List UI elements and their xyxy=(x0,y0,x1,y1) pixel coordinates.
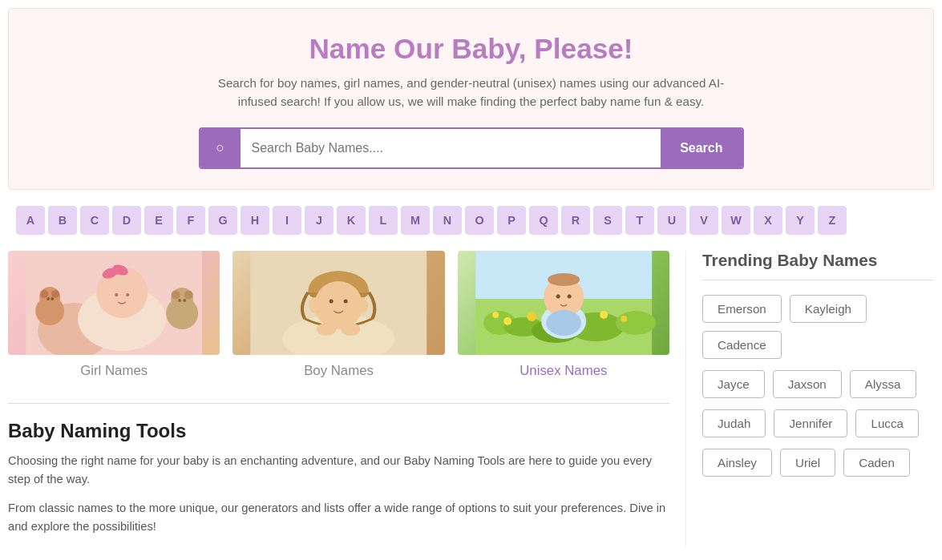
tools-para1: Choosing the right name for your baby is… xyxy=(8,452,669,489)
trending-name-caden[interactable]: Caden xyxy=(843,449,910,477)
trending-name-jennifer[interactable]: Jennifer xyxy=(774,409,847,437)
alpha-btn-n[interactable]: N xyxy=(433,206,462,235)
svg-point-17 xyxy=(172,290,180,299)
svg-point-12 xyxy=(112,268,119,275)
svg-point-14 xyxy=(126,293,129,296)
girl-names-label: Girl Names xyxy=(8,363,220,379)
svg-point-6 xyxy=(46,297,50,300)
svg-point-39 xyxy=(527,312,536,321)
right-panel: Trending Baby Names EmersonKayleighCaden… xyxy=(685,251,934,546)
trending-rows: EmersonKayleighCadenceJayceJaxsonAlyssaJ… xyxy=(702,295,934,477)
alpha-btn-y[interactable]: Y xyxy=(786,206,815,235)
alpha-btn-w[interactable]: W xyxy=(722,206,750,235)
tools-heading: Baby Naming Tools xyxy=(8,420,669,442)
svg-point-7 xyxy=(51,297,54,300)
alphabet-section: ABCDEFGHIJKLMNOPQRSTUVWXYZ xyxy=(8,198,934,243)
trending-name-ainsley[interactable]: Ainsley xyxy=(702,449,772,477)
svg-point-24 xyxy=(314,281,362,329)
boy-names-label: Boy Names xyxy=(232,363,444,379)
search-bar: ○ Search xyxy=(199,127,744,169)
alpha-btn-e[interactable]: E xyxy=(144,206,173,235)
trending-title: Trending Baby Names xyxy=(702,251,934,270)
svg-point-18 xyxy=(184,290,193,299)
alpha-btn-x[interactable]: X xyxy=(754,206,782,235)
svg-point-20 xyxy=(183,299,186,302)
search-button[interactable]: Search xyxy=(661,129,742,167)
svg-point-42 xyxy=(492,312,499,318)
svg-point-48 xyxy=(546,310,581,336)
trending-row-2: JudahJenniferLucca xyxy=(702,409,934,437)
search-input[interactable] xyxy=(241,129,661,167)
trending-name-emerson[interactable]: Emerson xyxy=(702,295,782,323)
svg-point-41 xyxy=(621,316,627,322)
svg-point-13 xyxy=(115,293,118,296)
svg-point-5 xyxy=(51,290,59,298)
alpha-btn-f[interactable]: F xyxy=(176,206,205,235)
tools-section: Baby Naming Tools Choosing the right nam… xyxy=(8,420,669,537)
categories-section: Girl Names xyxy=(8,251,669,379)
alpha-btn-j[interactable]: J xyxy=(305,206,334,235)
svg-point-46 xyxy=(556,294,560,298)
trending-name-cadence[interactable]: Cadence xyxy=(702,331,782,359)
boy-image xyxy=(232,251,444,355)
left-panel: Girl Names xyxy=(8,251,685,546)
svg-point-27 xyxy=(309,297,320,313)
alpha-btn-v[interactable]: V xyxy=(689,206,718,235)
main-title: Name Our Baby, Please! xyxy=(25,33,917,65)
alpha-btn-t[interactable]: T xyxy=(625,206,654,235)
search-circle-icon: ○ xyxy=(216,139,224,156)
alpha-btn-c[interactable]: C xyxy=(80,206,109,235)
alpha-btn-b[interactable]: B xyxy=(48,206,77,235)
alpha-btn-a[interactable]: A xyxy=(16,206,45,235)
trending-name-kayleigh[interactable]: Kayleigh xyxy=(790,295,867,323)
svg-point-29 xyxy=(317,323,336,336)
girl-image xyxy=(8,251,220,355)
alpha-btn-u[interactable]: U xyxy=(657,206,686,235)
tools-para2: From classic names to the more unique, o… xyxy=(8,499,669,537)
alpha-btn-h[interactable]: H xyxy=(241,206,269,235)
svg-point-28 xyxy=(357,297,368,313)
svg-point-26 xyxy=(344,299,348,303)
trending-name-lucca[interactable]: Lucca xyxy=(855,409,919,437)
svg-point-45 xyxy=(548,273,580,286)
svg-point-19 xyxy=(178,299,181,302)
search-icon-button[interactable]: ○ xyxy=(200,129,241,167)
alpha-btn-g[interactable]: G xyxy=(208,206,237,235)
category-boy[interactable]: Boy Names xyxy=(232,251,444,379)
svg-point-30 xyxy=(341,323,360,336)
alpha-btn-z[interactable]: Z xyxy=(818,206,847,235)
unisex-names-label: Unisex Names xyxy=(458,363,669,379)
alpha-btn-r[interactable]: R xyxy=(561,206,590,235)
category-girl[interactable]: Girl Names xyxy=(8,251,220,379)
header-section: Name Our Baby, Please! Search for boy na… xyxy=(8,8,934,190)
svg-point-37 xyxy=(616,311,656,335)
alpha-btn-m[interactable]: M xyxy=(401,206,430,235)
svg-point-47 xyxy=(567,294,571,298)
trending-name-jaxson[interactable]: Jaxson xyxy=(773,370,842,398)
subtitle: Search for boy names, girl names, and ge… xyxy=(207,75,736,111)
svg-point-40 xyxy=(600,311,608,319)
trending-name-alyssa[interactable]: Alyssa xyxy=(850,370,916,398)
alpha-btn-k[interactable]: K xyxy=(337,206,366,235)
alpha-btn-p[interactable]: P xyxy=(497,206,526,235)
trending-row-1: JayceJaxsonAlyssa xyxy=(702,370,934,398)
alpha-btn-i[interactable]: I xyxy=(273,206,301,235)
trending-name-jayce[interactable]: Jayce xyxy=(702,370,765,398)
trending-name-uriel[interactable]: Uriel xyxy=(780,449,835,477)
alpha-btn-l[interactable]: L xyxy=(369,206,398,235)
alpha-btn-d[interactable]: D xyxy=(112,206,141,235)
unisex-image xyxy=(458,251,669,355)
main-content: Girl Names xyxy=(8,251,934,546)
category-unisex[interactable]: Unisex Names xyxy=(458,251,669,379)
alpha-btn-o[interactable]: O xyxy=(465,206,494,235)
alpha-btn-s[interactable]: S xyxy=(593,206,622,235)
svg-point-38 xyxy=(503,317,511,325)
trending-row-3: AinsleyUrielCaden xyxy=(702,449,934,477)
trending-name-judah[interactable]: Judah xyxy=(702,409,766,437)
alpha-btn-q[interactable]: Q xyxy=(529,206,558,235)
svg-point-4 xyxy=(40,290,48,298)
section-divider xyxy=(8,403,669,404)
trending-row-0: EmersonKayleighCadence xyxy=(702,295,934,359)
svg-point-25 xyxy=(329,299,334,303)
trending-divider xyxy=(702,280,934,280)
